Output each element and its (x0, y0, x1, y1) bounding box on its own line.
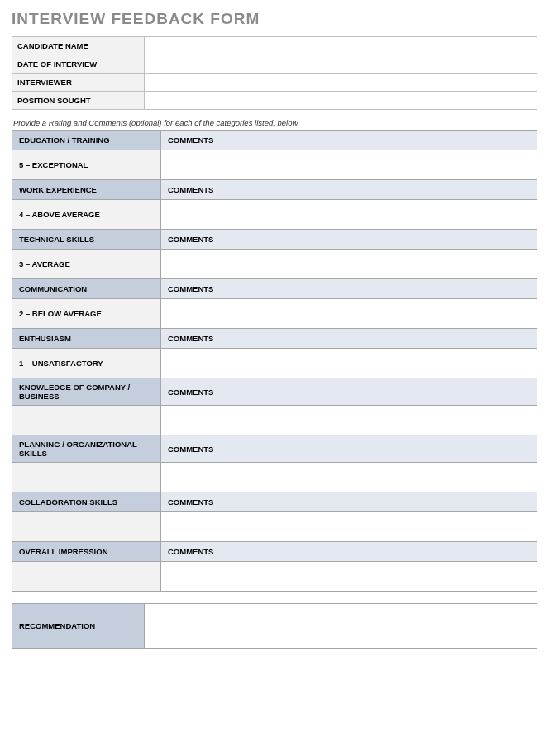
candidate-name-label: CANDIDATE NAME (12, 37, 145, 55)
comments-header: COMMENTS (161, 542, 537, 562)
candidate-name-value[interactable] (145, 37, 537, 55)
interviewer-value[interactable] (145, 74, 537, 92)
recommendation-table: RECOMMENDATION (12, 603, 537, 649)
comment-cell[interactable] (161, 250, 537, 279)
date-of-interview-value[interactable] (145, 55, 537, 74)
category-header: WORK EXPERIENCE (12, 180, 161, 200)
recommendation-value[interactable] (145, 604, 537, 649)
rating-cell[interactable] (12, 406, 161, 435)
comment-cell[interactable] (161, 512, 537, 542)
rating-cell[interactable] (12, 463, 161, 492)
comment-cell[interactable] (161, 562, 537, 592)
comment-cell[interactable] (161, 463, 537, 492)
category-header: EDUCATION / TRAINING (12, 131, 161, 150)
form-title: INTERVIEW FEEDBACK FORM (12, 10, 537, 28)
rating-cell[interactable]: 1 – UNSATISFACTORY (12, 349, 161, 378)
category-header: KNOWLEDGE OF COMPANY / BUSINESS (12, 378, 161, 406)
comment-cell[interactable] (161, 150, 537, 180)
rating-cell[interactable]: 5 – EXCEPTIONAL (12, 150, 161, 180)
position-sought-value[interactable] (145, 92, 537, 110)
info-row: CANDIDATE NAME (12, 37, 537, 55)
comments-header: COMMENTS (161, 131, 537, 150)
rating-cell[interactable] (12, 562, 161, 592)
comment-cell[interactable] (161, 299, 537, 329)
instruction-text: Provide a Rating and Comments (optional)… (13, 118, 537, 127)
recommendation-label: RECOMMENDATION (12, 604, 145, 649)
candidate-info-table: CANDIDATE NAME DATE OF INTERVIEW INTERVI… (12, 36, 537, 110)
rating-cell[interactable]: 4 – ABOVE AVERAGE (12, 200, 161, 230)
category-header: ENTHUSIASM (12, 329, 161, 349)
info-row: DATE OF INTERVIEW (12, 55, 537, 74)
category-header: COMMUNICATION (12, 279, 161, 299)
comments-header: COMMENTS (161, 279, 537, 299)
date-of-interview-label: DATE OF INTERVIEW (12, 55, 145, 74)
position-sought-label: POSITION SOUGHT (12, 92, 145, 110)
rating-cell[interactable]: 2 – BELOW AVERAGE (12, 299, 161, 329)
category-header: TECHNICAL SKILLS (12, 230, 161, 250)
comments-header: COMMENTS (161, 492, 537, 512)
comment-cell[interactable] (161, 200, 537, 230)
comment-cell[interactable] (161, 406, 537, 435)
interviewer-label: INTERVIEWER (12, 74, 145, 92)
rating-cell[interactable]: 3 – AVERAGE (12, 250, 161, 279)
category-header: COLLABORATION SKILLS (12, 492, 161, 512)
info-row: INTERVIEWER (12, 74, 537, 92)
ratings-table: EDUCATION / TRAINING COMMENTS 5 – EXCEPT… (12, 130, 537, 592)
category-header: OVERALL IMPRESSION (12, 542, 161, 562)
comment-cell[interactable] (161, 349, 537, 378)
comments-header: COMMENTS (161, 329, 537, 349)
comments-header: COMMENTS (161, 180, 537, 200)
category-header: PLANNING / ORGANIZATIONAL SKILLS (12, 435, 161, 463)
comments-header: COMMENTS (161, 435, 537, 463)
rating-cell[interactable] (12, 512, 161, 542)
comments-header: COMMENTS (161, 378, 537, 406)
comments-header: COMMENTS (161, 230, 537, 250)
info-row: POSITION SOUGHT (12, 92, 537, 110)
